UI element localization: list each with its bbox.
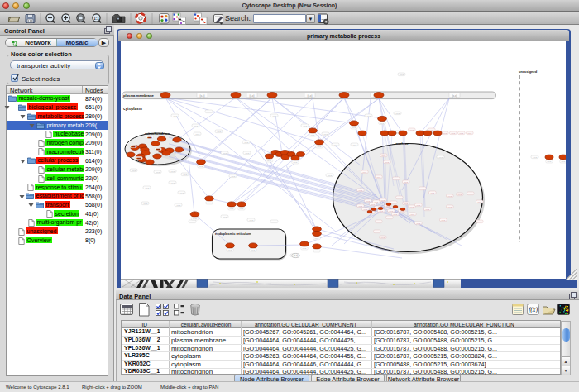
svg-text:(x-x): (x-x) [534,156,538,159]
svg-text:(x-x): (x-x) [371,203,376,206]
svg-text:(x-x): (x-x) [404,203,409,205]
svg-text:(x-x): (x-x) [352,127,356,129]
svg-text:(x-x): (x-x) [208,202,212,204]
svg-text:(x-x): (x-x) [562,160,566,163]
svg-text:(x-x): (x-x) [469,193,473,195]
svg-text:(x-x): (x-x) [194,125,199,127]
svg-text:(x-x): (x-x) [228,249,232,251]
svg-text:(x-x): (x-x) [240,208,244,210]
svg-text:(x-x): (x-x) [334,144,338,146]
svg-text:(x-x): (x-x) [267,160,271,162]
svg-text:(x-x): (x-x) [421,188,425,190]
svg-text:(x-x): (x-x) [394,213,398,216]
svg-text:(x-x): (x-x) [324,133,328,136]
svg-text:(x-x): (x-x) [245,141,249,144]
svg-text:(x-x): (x-x) [367,115,371,117]
svg-text:(x-x): (x-x) [318,146,322,148]
svg-text:(x-x): (x-x) [273,115,277,117]
svg-text:(x-x): (x-x) [223,152,227,155]
svg-text:(x-x): (x-x) [303,247,307,250]
svg-text:(x-x): (x-x) [174,115,178,117]
svg-text:(x-x): (x-x) [148,136,152,139]
svg-text:(x-x): (x-x) [426,208,430,211]
svg-text:(x-x): (x-x) [353,144,357,146]
svg-text:(x-x): (x-x) [439,156,443,159]
svg-text:(x-x): (x-x) [382,155,386,157]
svg-text:(x-x): (x-x) [177,204,181,207]
svg-text:(x-x): (x-x) [380,122,385,125]
svg-text:(x-x): (x-x) [132,146,136,148]
svg-text:(x-x): (x-x) [246,152,250,155]
svg-text:(x-x): (x-x) [146,187,150,189]
svg-text:(x-x): (x-x) [375,201,379,203]
svg-text:(x-x): (x-x) [199,165,203,168]
svg-text:(x-x): (x-x) [156,171,160,174]
svg-text:(x-x): (x-x) [377,176,381,179]
svg-text:(x-x): (x-x) [156,148,160,151]
svg-text:Search:: Search: [225,14,251,22]
svg-text:(x-x): (x-x) [294,254,298,257]
svg-text:(x-x): (x-x) [250,219,254,222]
svg-text:(x-x): (x-x) [448,195,452,198]
svg-text:(x-x): (x-x) [443,132,447,135]
svg-text:f(x): f(x) [529,306,538,313]
svg-text:(x-x): (x-x) [460,132,464,135]
svg-text:nucleus: nucleus [395,141,409,146]
svg-text:(x-x): (x-x) [137,157,141,160]
svg-text:(x-x): (x-x) [448,206,452,208]
svg-text:endoplasmic reticulum: endoplasmic reticulum [215,232,251,236]
svg-text:(x-x): (x-x) [385,161,390,164]
svg-text:(x-x): (x-x) [304,125,308,127]
svg-text:(x-x): (x-x) [478,221,482,223]
svg-text:(x-x): (x-x) [396,112,400,115]
svg-text:(x-x): (x-x) [380,210,384,213]
svg-text:plasma membrane: plasma membrane [123,93,154,98]
svg-text:(x-x): (x-x) [395,178,399,180]
svg-text:(x-x): (x-x) [144,203,148,205]
svg-text:(x-x): (x-x) [458,194,462,196]
svg-text:(x-x): (x-x) [311,134,315,136]
svg-text:(x-x): (x-x) [364,208,368,211]
svg-text:(x-x): (x-x) [404,181,409,184]
svg-text:(x-x): (x-x) [381,237,385,239]
svg-text:(x-x): (x-x) [132,170,136,172]
svg-text:(x-x): (x-x) [328,174,333,177]
svg-text:(x-x): (x-x) [417,204,421,207]
svg-text:(x-x): (x-x) [223,216,227,218]
svg-text:(x-x): (x-x) [548,160,552,163]
svg-text:(x-x): (x-x) [411,213,415,216]
svg-text:(x-x): (x-x) [359,205,363,208]
svg-text:mitochondrion: mitochondrion [145,131,170,136]
svg-text:(x-x): (x-x) [250,94,255,98]
svg-text:(x-x): (x-x) [431,192,435,194]
svg-text:(x-x): (x-x) [191,221,195,223]
svg-text:(x-x): (x-x) [417,222,421,225]
svg-text:(x-x): (x-x) [410,129,414,131]
svg-text:(x-x): (x-x) [251,249,256,251]
svg-text:(x-x): (x-x) [180,192,184,194]
svg-text:(x-x): (x-x) [208,111,212,113]
svg-text:(x-x): (x-x) [315,237,319,240]
svg-text:(x-x): (x-x) [230,208,234,210]
svg-text:unassigned: unassigned [519,69,538,74]
svg-text:(x-x): (x-x) [184,174,188,176]
svg-text:(x-x): (x-x) [196,133,200,136]
svg-text:(x-x): (x-x) [171,182,175,184]
svg-text:1:1: 1:1 [93,17,99,21]
svg-text:(x-x): (x-x) [400,74,404,76]
svg-text:(x-x): (x-x) [398,197,402,199]
svg-text:(x-x): (x-x) [200,94,205,98]
svg-text:(x-x): (x-x) [478,201,482,203]
svg-text:(x-x): (x-x) [359,189,363,192]
svg-text:(x-x): (x-x) [468,132,472,135]
svg-text:(x-x): (x-x) [294,161,298,164]
svg-text:(x-x): (x-x) [308,94,313,98]
svg-text:(x-x): (x-x) [218,131,222,133]
svg-text:(x-x): (x-x) [273,221,277,223]
svg-text:(x-x): (x-x) [388,217,392,219]
svg-text:(x-x): (x-x) [363,171,367,174]
svg-text:(x-x): (x-x) [392,202,396,204]
svg-text:(x-x): (x-x) [442,219,446,222]
svg-text:(x-x): (x-x) [390,210,394,213]
svg-text:cytoplasm: cytoplasm [123,107,142,111]
